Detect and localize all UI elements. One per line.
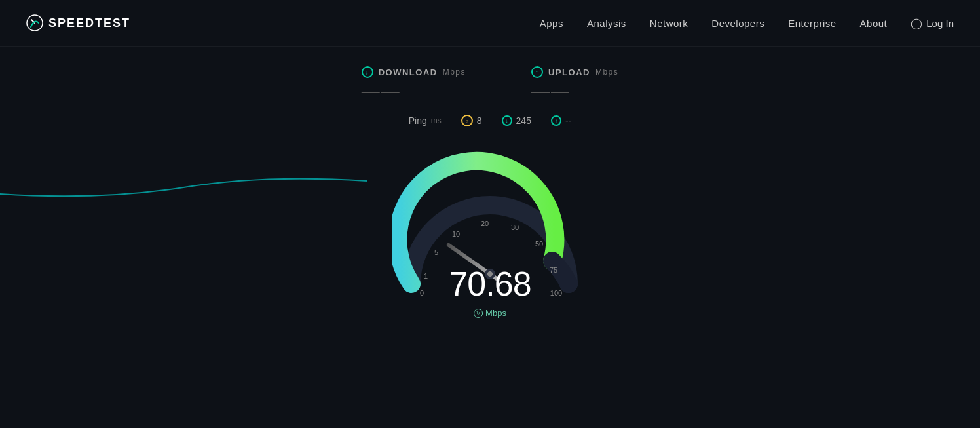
download-icon: ↓: [362, 66, 373, 78]
svg-text:30: 30: [511, 224, 519, 231]
ping-label: Ping ms: [409, 115, 442, 126]
upload-icon: ↑: [531, 66, 543, 78]
svg-text:50: 50: [535, 240, 543, 248]
login-button[interactable]: ◯ Log In: [911, 17, 954, 29]
main-content: ↓ DOWNLOAD Mbps —— ↑ UPLOAD Mbps —— Ping…: [0, 47, 980, 330]
ping-row: Ping ms ○ 8 ↓ 245 ↑ --: [409, 115, 572, 126]
user-icon: ◯: [911, 17, 922, 29]
upload-value: ——: [531, 81, 571, 102]
nav-enterprise[interactable]: Enterprise: [788, 18, 836, 29]
download-value: ——: [362, 81, 401, 102]
logo[interactable]: SPEEDTEST: [26, 14, 130, 31]
speedometer-gauge: 0 1 5 10 20 30 50 75 100: [392, 133, 588, 330]
wave-decoration: [0, 168, 367, 207]
nav-developers[interactable]: Developers: [711, 18, 764, 29]
logo-text: SPEEDTEST: [48, 16, 130, 30]
svg-text:1: 1: [424, 272, 428, 280]
main-nav: Apps Analysis Network Developers Enterpr…: [540, 17, 954, 29]
ul-stat-value: --: [565, 115, 571, 126]
gauge-unit: ↻ Mbps: [474, 308, 506, 318]
nav-network[interactable]: Network: [650, 18, 688, 29]
jitter-icon: ○: [461, 115, 473, 126]
ul-small-icon: ↑: [551, 115, 561, 126]
stats-row: ↓ DOWNLOAD Mbps —— ↑ UPLOAD Mbps ——: [362, 66, 619, 102]
gauge-unit-icon: ↻: [474, 309, 483, 318]
nav-apps[interactable]: Apps: [540, 18, 563, 29]
svg-text:20: 20: [481, 220, 489, 227]
upload-block: ↑ UPLOAD Mbps ——: [531, 66, 618, 102]
login-label: Log In: [926, 18, 954, 29]
nav-about[interactable]: About: [860, 18, 888, 29]
ping-stat-download: ↓ 245: [502, 115, 531, 126]
upload-label: ↑ UPLOAD Mbps: [531, 66, 618, 78]
svg-text:10: 10: [452, 230, 460, 238]
svg-text:5: 5: [434, 248, 438, 256]
gauge-value: 70.68: [449, 264, 531, 303]
ping-stat-upload: ↑ --: [551, 115, 571, 126]
download-block: ↓ DOWNLOAD Mbps ——: [362, 66, 466, 102]
speedtest-logo-icon: [26, 14, 43, 31]
download-label: ↓ DOWNLOAD Mbps: [362, 66, 466, 78]
dl-small-icon: ↓: [502, 115, 512, 126]
nav-analysis[interactable]: Analysis: [587, 18, 626, 29]
ping-stat-jitter: ○ 8: [461, 115, 482, 126]
jitter-value: 8: [477, 115, 482, 126]
dl-stat-value: 245: [516, 115, 531, 126]
svg-text:0: 0: [420, 289, 424, 297]
svg-text:75: 75: [550, 266, 557, 274]
svg-text:100: 100: [550, 289, 562, 297]
